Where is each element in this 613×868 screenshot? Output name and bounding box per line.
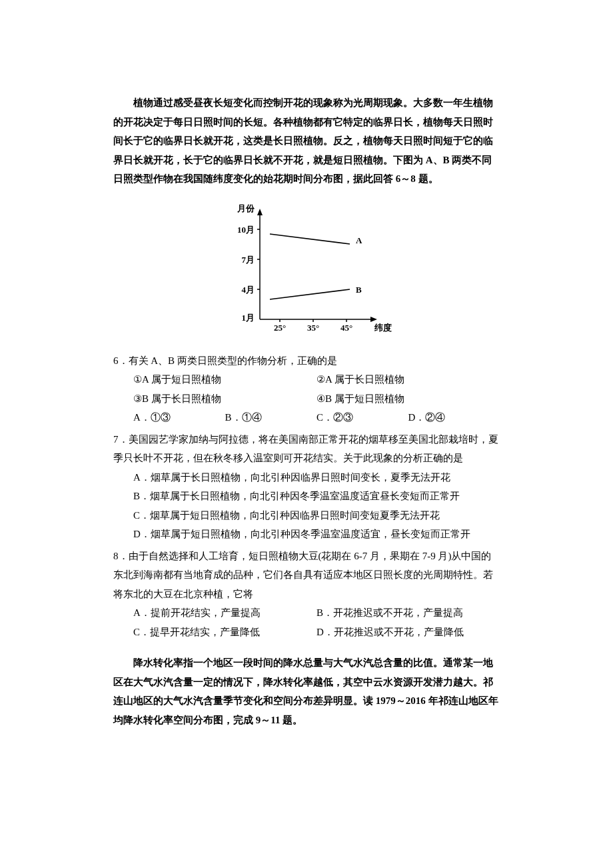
q6-stmt-2: ②A 属于长日照植物	[316, 370, 500, 389]
q7-option-b: B．烟草属于长日照植物，向北引种因冬季温室温度适宜昼长变短而正常开	[113, 487, 500, 506]
question-7: 7．美国园艺学家加纳与阿拉德，将在美国南部正常开花的烟草移至美国北部栽培时，夏季…	[113, 430, 500, 544]
q7-option-d: D．烟草属于短日照植物，向北引种因冬季温室温度适宜，昼长变短而正常开	[113, 525, 500, 544]
q6-option-d: D．②④	[408, 408, 500, 427]
q6-stem: 有关 A、B 两类日照类型的作物分析，正确的是	[129, 355, 337, 366]
question-8: 8．由于自然选择和人工培育，短日照植物大豆(花期在 6-7 月，果期在 7-9 …	[113, 547, 500, 642]
q7-option-c: C．烟草属于短日照植物，向北引种因临界日照时间变短夏季无法开花	[113, 506, 500, 525]
chart-series-b: B	[356, 285, 362, 295]
intro-paragraph-2: 降水转化率指一个地区一段时间的降水总量与大气水汽总含量的比值。通常某一地区在大气…	[113, 653, 500, 729]
chart-series-a: A	[356, 235, 362, 245]
q7-number: 7．	[113, 434, 129, 445]
chart-svg: 月份 10月 7月 4月 1月 25° 35° 45° 纬度 A B	[220, 199, 393, 339]
svg-marker-3	[370, 317, 377, 322]
chart-ytick-7: 7月	[242, 255, 255, 265]
q6-option-c: C．②③	[316, 408, 408, 427]
q7-option-a: A．烟草属于长日照植物，向北引种因临界日照时间变长，夏季无法开花	[113, 468, 500, 487]
chart-figure: 月份 10月 7月 4月 1月 25° 35° 45° 纬度 A B	[113, 199, 500, 339]
q8-option-c: C．提早开花结实，产量降低	[133, 623, 316, 642]
q6-stmt-1: ①A 属于短日照植物	[133, 370, 316, 389]
q6-number: 6．	[113, 355, 129, 366]
q6-stmt-4: ④B 属于短日照植物	[316, 389, 500, 409]
q8-stem: 由于自然选择和人工培育，短日照植物大豆(花期在 6-7 月，果期在 7-9 月)…	[113, 551, 493, 599]
chart-ytick-1: 1月	[242, 313, 255, 323]
svg-line-11	[270, 289, 350, 299]
chart-ylabel: 月份	[237, 203, 255, 213]
chart-xtick-45: 45°	[340, 323, 352, 333]
intro-paragraph-1: 植物通过感受昼夜长短变化而控制开花的现象称为光周期现象。大多数一年生植物的开花决…	[113, 93, 500, 189]
chart-ytick-10: 10月	[237, 225, 255, 235]
q6-option-a: A．①③	[133, 408, 225, 427]
chart-ytick-4: 4月	[242, 285, 255, 295]
question-6: 6．有关 A、B 两类日照类型的作物分析，正确的是 ①A 属于短日照植物 ②A …	[113, 351, 500, 427]
chart-xlabel: 纬度	[374, 323, 392, 333]
svg-marker-1	[257, 209, 263, 215]
q8-number: 8．	[113, 551, 129, 561]
chart-xtick-25: 25°	[274, 323, 286, 333]
chart-xtick-35: 35°	[307, 323, 319, 333]
q8-option-a: A．提前开花结实，产量提高	[133, 603, 316, 623]
q8-option-b: B．开花推迟或不开花，产量提高	[316, 603, 500, 623]
q8-option-d: D．开花推迟或不开花，产量降低	[316, 623, 500, 642]
q7-stem: 美国园艺学家加纳与阿拉德，将在美国南部正常开花的烟草移至美国北部栽培时，夏季只长…	[113, 434, 498, 464]
q6-stmt-3: ③B 属于长日照植物	[133, 389, 316, 409]
svg-line-10	[270, 234, 350, 244]
q6-option-b: B．①④	[225, 408, 317, 427]
